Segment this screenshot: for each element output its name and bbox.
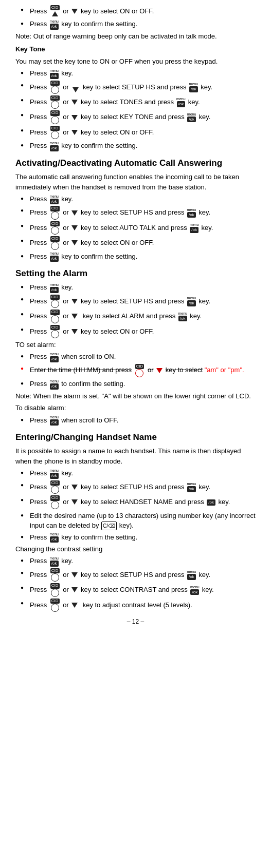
circle-cid-icon: CID bbox=[50, 126, 60, 139]
item-text: Press menu /ok key to confirm the settin… bbox=[30, 141, 256, 151]
circle-cid-icon: CID bbox=[50, 568, 60, 582]
section-alarm-title: Setting the Alarm bbox=[15, 267, 256, 280]
item-text: Press CID or key to select ON or OFF. bbox=[30, 126, 256, 139]
arrow-down-icon bbox=[71, 586, 78, 593]
circle-cid-icon: CID bbox=[50, 95, 60, 109]
circle-button-icon bbox=[51, 300, 59, 308]
menu-label: menu bbox=[187, 570, 196, 573]
circle-cid-icon: CID bbox=[50, 295, 60, 308]
item-text: Press CID or key to select ALARM and pre… bbox=[30, 310, 256, 323]
menu-label: menu bbox=[190, 223, 199, 226]
cid-label: CID bbox=[50, 295, 60, 300]
circle-cid-icon: CID bbox=[50, 206, 60, 219]
svg-marker-7 bbox=[71, 225, 78, 230]
svg-marker-4 bbox=[71, 115, 78, 120]
arrow-down-icon bbox=[71, 498, 78, 506]
circle-button-icon bbox=[51, 501, 59, 509]
svg-marker-1 bbox=[71, 9, 78, 14]
svg-marker-2 bbox=[73, 87, 79, 92]
menu-ok-icon: menu /ok bbox=[190, 585, 200, 595]
ok-button-icon: /ok bbox=[189, 86, 198, 92]
item-text: Press CID or key to select SETUP HS and … bbox=[30, 568, 256, 582]
cid-label: CID bbox=[50, 126, 60, 131]
menu-label: menu bbox=[49, 69, 59, 72]
item-text: Press CID or key to select ON or OFF. bbox=[30, 236, 256, 249]
strikethrough-text: Enter the time (HH:MM) and press bbox=[30, 366, 132, 374]
menu-ok-icon: menu /ok bbox=[187, 570, 196, 580]
item-text: Press menu /ok key to confirm the settin… bbox=[30, 252, 256, 262]
menu-ok-icon: menu /ok bbox=[187, 296, 196, 306]
menu-ok-icon: menu /ok bbox=[187, 112, 196, 123]
menu-label: menu bbox=[49, 469, 59, 472]
list-item: Press CID or key to select SETUP HS and … bbox=[21, 295, 256, 308]
item-text: Press menu /ok when scroll to OFF. bbox=[30, 415, 256, 426]
section-handset-name-title: Entering/Changing Handset Name bbox=[15, 431, 256, 444]
arrow-down-icon bbox=[71, 209, 78, 217]
menu-label: menu bbox=[49, 556, 59, 560]
svg-marker-13 bbox=[71, 485, 78, 490]
svg-marker-17 bbox=[71, 603, 78, 608]
item-text: Press menu /ok key. bbox=[30, 556, 256, 566]
list-item: Press CID or key to select SETUP HS and … bbox=[21, 568, 256, 582]
ok-button-icon: /ok bbox=[190, 589, 199, 595]
ok-button-icon: /ok bbox=[50, 287, 59, 293]
cid-label: CID bbox=[50, 480, 60, 486]
list-item: Press CID or key to select TONES and pre… bbox=[21, 95, 256, 109]
circle-cid-icon: CID bbox=[50, 599, 60, 612]
section-key-tone: Key Tone bbox=[15, 44, 256, 54]
circle-up-icon: CID bbox=[50, 5, 60, 17]
circle-button-icon bbox=[51, 131, 59, 139]
ok-button-icon: /ok bbox=[178, 316, 187, 322]
item-text: Press CID or key to select SETUP HS and … bbox=[30, 81, 256, 94]
svg-marker-14 bbox=[71, 499, 78, 505]
item-text: Press menu /ok key to confirm the settin… bbox=[30, 19, 256, 29]
menu-label: menu bbox=[189, 82, 198, 86]
list-item: Press CID or key to select ON or OFF. bbox=[21, 236, 256, 249]
ok-button-icon: /ok bbox=[190, 227, 198, 233]
red-text: Enter the time (HH:MM) and press CID or … bbox=[30, 366, 244, 374]
item-text: Press menu /ok key. bbox=[30, 468, 256, 478]
arrow-down-combo-icon bbox=[71, 81, 80, 93]
strikethrough-text2: or bbox=[148, 366, 154, 374]
menu-ok-icon: menu /ok bbox=[49, 556, 59, 567]
svg-marker-3 bbox=[71, 100, 78, 105]
menu-ok-icon: menu /ok bbox=[49, 141, 59, 151]
list-item: Press menu /ok when scroll to OFF. bbox=[21, 415, 256, 426]
circle-cid-icon: CID bbox=[50, 236, 60, 249]
list-item: Press menu /ok key. bbox=[21, 556, 256, 566]
menu-ok-icon: menu /ok bbox=[49, 415, 59, 426]
menu-ok-icon: menu /ok bbox=[49, 469, 59, 479]
list-item: Press CID or key to select AUTO TALK and… bbox=[21, 221, 256, 235]
list-item: Press CID or key to select SETUP HS and … bbox=[21, 206, 256, 219]
item-text: Press CID or key to select AUTO TALK and… bbox=[30, 221, 256, 235]
menu-label: menu bbox=[49, 195, 59, 198]
arrow-down-icon bbox=[72, 86, 79, 93]
menu-ok-icon: menu /ok bbox=[49, 379, 59, 390]
item-text: Press CID or key to select KEY TONE and … bbox=[30, 110, 256, 124]
circle-button-icon bbox=[51, 604, 59, 612]
arrow-up-icon bbox=[51, 10, 59, 17]
circle-button-icon bbox=[51, 315, 59, 323]
circle-button-icon bbox=[51, 589, 59, 597]
menu-label: menu bbox=[187, 208, 196, 211]
ok-button-icon: /ok bbox=[187, 300, 196, 306]
menu-label: menu bbox=[49, 283, 59, 286]
arrow-down-icon bbox=[71, 298, 78, 305]
cid-label: CID bbox=[50, 583, 60, 588]
item-text: Press CID or key to adjust contrast leve… bbox=[30, 599, 256, 612]
svg-marker-10 bbox=[71, 314, 78, 319]
menu-ok-icon: menu /ok bbox=[178, 312, 188, 322]
ok-button-icon: /ok bbox=[50, 24, 59, 30]
auto-answer-intro: The automatic call answering function en… bbox=[15, 172, 256, 192]
list-item: Press CID or key to select ON or OFF. bbox=[21, 325, 256, 338]
menu-ok-icon: menu /ok bbox=[187, 482, 196, 492]
menu-label: menu bbox=[49, 415, 59, 419]
circle-button-icon bbox=[51, 86, 59, 94]
menu-ok-icon: menu /ok bbox=[49, 352, 59, 362]
cid-label: CID bbox=[50, 206, 60, 211]
arrow-down-icon bbox=[71, 571, 78, 578]
svg-marker-9 bbox=[71, 299, 78, 304]
arrow-down-icon bbox=[71, 328, 78, 335]
circle-button-icon bbox=[135, 369, 143, 377]
arrow-down-icon-red bbox=[156, 367, 163, 374]
